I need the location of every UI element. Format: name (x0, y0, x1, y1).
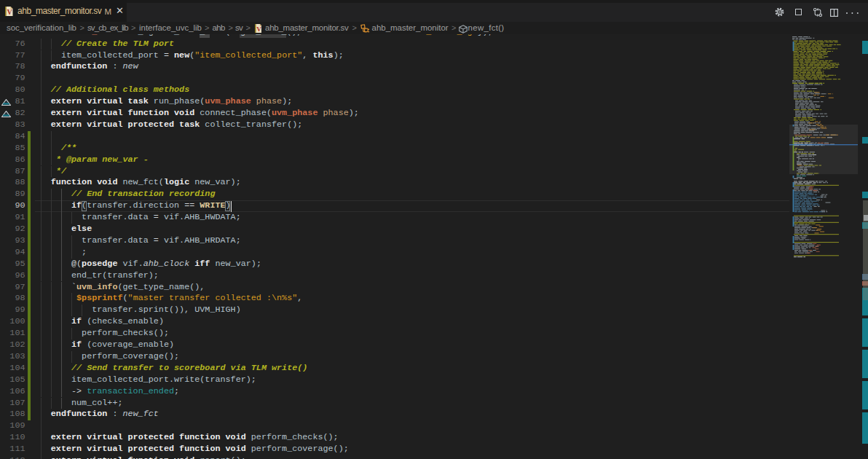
svg-text:V: V (256, 26, 261, 33)
svg-text:V: V (7, 8, 12, 16)
